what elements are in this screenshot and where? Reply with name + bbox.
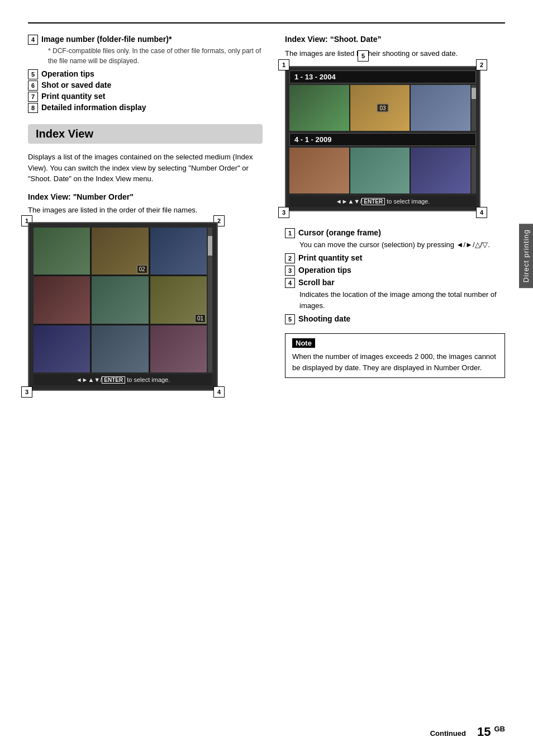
thumb-6: 01 xyxy=(150,276,207,323)
thumb-5 xyxy=(92,276,148,323)
item-6-label: Shot or saved date xyxy=(41,81,111,89)
right-item-4-desc: Indicates the location of the image amon… xyxy=(299,289,505,311)
date-2-grid-row xyxy=(289,148,476,193)
note-text: When the number of images exceeds 2 000,… xyxy=(292,351,498,373)
page-number: 15 GB xyxy=(477,725,505,739)
sd-thumb-3 xyxy=(411,85,470,131)
callout-1-shoot-date: 1 xyxy=(278,59,289,70)
scrollbar-number-order xyxy=(208,228,212,372)
right-item-5-header: 5 Shooting date xyxy=(285,314,505,324)
badge-01: 01 xyxy=(195,314,206,323)
grid-with-scrollbar: 02 01 xyxy=(34,228,212,372)
item-4-note: * DCF-compatible files only. In the case… xyxy=(48,46,263,66)
item-5-label: Operation tips xyxy=(41,69,94,78)
callout-4-shoot-date: 4 xyxy=(476,207,487,218)
thumb-7 xyxy=(34,325,90,372)
item-4-header: 4 Image number (folder-file number)* xyxy=(28,35,263,45)
right-item-1-desc: You can move the cursor (selection) by p… xyxy=(299,239,505,251)
sd-thumb-1 xyxy=(289,85,349,131)
scrollbar-shoot-date-thumb xyxy=(472,88,476,99)
shoot-date-desc: The images are listed by their shooting … xyxy=(285,48,505,59)
side-label: Direct printing xyxy=(519,224,533,288)
thumb-9 xyxy=(150,325,207,372)
num-box-8: 8 xyxy=(28,103,38,113)
right-num-box-4: 4 xyxy=(285,278,295,288)
sd-thumb-2: 03 xyxy=(350,85,410,131)
badge-03: 03 xyxy=(377,103,388,112)
callout-4-number-order: 4 xyxy=(213,386,225,398)
num-box-7: 7 xyxy=(28,92,38,102)
date-1: 1 - 13 - 2004 xyxy=(289,70,476,83)
number-order-desc: The images are listed in the order of th… xyxy=(28,205,263,216)
index-view-heading-box: Index View xyxy=(28,124,263,144)
right-numbered-items: 1 Cursor (orange frame) You can move the… xyxy=(285,228,505,325)
screen-label-bar-shoot-date: ◄►▲▼/ENTER to select image. xyxy=(289,196,476,207)
shoot-date-heading: Index View: “Shoot. Date” xyxy=(285,35,505,44)
bottom-bar: Continued 15 GB xyxy=(430,725,505,739)
item-6-header: 6 Shot or saved date xyxy=(28,81,263,91)
date-1-grid: 03 xyxy=(289,85,470,131)
right-num-box-3: 3 xyxy=(285,266,295,276)
enter-key: ENTER xyxy=(102,376,125,384)
item-8-label: Detailed information display xyxy=(41,103,146,112)
thumb-4 xyxy=(34,276,90,323)
sd-thumb-6 xyxy=(411,148,470,193)
item-5-header: 5 Operation tips xyxy=(28,69,263,79)
scrollbar-shoot-date-2 xyxy=(472,148,476,193)
right-item-3-label: Operation tips xyxy=(298,266,351,275)
date-group-2: 4 - 1 - 2009 xyxy=(289,133,476,193)
right-item-4-header: 4 Scroll bar xyxy=(285,278,505,288)
right-column: Index View: “Shoot. Date” The images are… xyxy=(285,35,505,402)
right-num-box-2: 2 xyxy=(285,253,295,263)
number-order-screen-container: 1 2 02 xyxy=(28,222,218,391)
scrollbar-shoot-date xyxy=(472,85,476,131)
left-column: 4 Image number (folder-file number)* * D… xyxy=(28,35,263,402)
sd-select-label: ◄►▲▼/ENTER to select image. xyxy=(336,198,430,205)
right-num-box-1: 1 xyxy=(285,228,295,238)
callout-3-shoot-date: 3 xyxy=(278,207,289,218)
num-box-4: 4 xyxy=(28,35,38,45)
item-8-header: 8 Detailed information display xyxy=(28,103,263,113)
date-1-grid-row: 03 xyxy=(289,85,476,131)
page: 4 Image number (folder-file number)* * D… xyxy=(0,0,533,756)
sd-thumb-4 xyxy=(289,148,349,193)
page-number-suffix: GB xyxy=(494,725,506,733)
thumb-3 xyxy=(150,228,207,275)
note-box: Note When the number of images exceeds 2… xyxy=(285,333,505,378)
right-item-1-label: Cursor (orange frame) xyxy=(298,228,381,237)
image-grid-number-order: 02 01 xyxy=(34,228,207,372)
right-item-2-header: 2 Print quantity set xyxy=(285,253,505,263)
select-label: ◄►▲▼/ENTER to select image. xyxy=(76,376,170,383)
screen-label-bar-number-order: ◄►▲▼/ENTER to select image. xyxy=(34,374,212,385)
date-2: 4 - 1 - 2009 xyxy=(289,133,476,146)
thumb-2: 02 xyxy=(92,228,148,275)
item-4-label: Image number (folder-file number)* xyxy=(41,35,172,44)
number-order-heading: Index View: "Number Order" xyxy=(28,192,263,201)
callout-5-shoot-date: 5 xyxy=(358,50,369,62)
note-label: Note xyxy=(292,338,315,348)
index-view-title: Index View xyxy=(36,127,93,140)
index-view-description: Displays a list of the images contained … xyxy=(28,152,263,185)
thumb-1 xyxy=(34,228,90,275)
item-7-label: Print quantity set xyxy=(41,92,105,101)
sd-thumb-5 xyxy=(350,148,410,193)
number-order-screen: 02 01 xyxy=(28,222,218,391)
shoot-date-screen-wrapper: 1 5 2 1 - 13 - 2004 03 xyxy=(285,66,505,211)
two-column-layout: 4 Image number (folder-file number)* * D… xyxy=(28,35,505,402)
date-group-1: 1 - 13 - 2004 03 xyxy=(289,70,476,131)
screen-inner-number-order: 02 01 xyxy=(34,228,212,385)
right-item-4-label: Scroll bar xyxy=(298,278,335,287)
num-box-5: 5 xyxy=(28,69,38,79)
right-item-1-header: 1 Cursor (orange frame) xyxy=(285,228,505,238)
num-box-6: 6 xyxy=(28,81,38,91)
right-item-5-label: Shooting date xyxy=(298,314,350,323)
right-item-3-header: 3 Operation tips xyxy=(285,266,505,276)
scrollbar-thumb xyxy=(208,236,212,256)
date-2-grid xyxy=(289,148,470,193)
number-order-screen-wrapper: 1 2 02 xyxy=(28,222,263,391)
right-item-2-label: Print quantity set xyxy=(298,253,362,262)
callout-3-number-order: 3 xyxy=(21,386,32,398)
shoot-date-screen-container: 1 5 2 1 - 13 - 2004 03 xyxy=(285,66,480,211)
badge-02: 02 xyxy=(137,265,147,273)
shoot-date-screen: 1 - 13 - 2004 03 xyxy=(285,66,480,211)
